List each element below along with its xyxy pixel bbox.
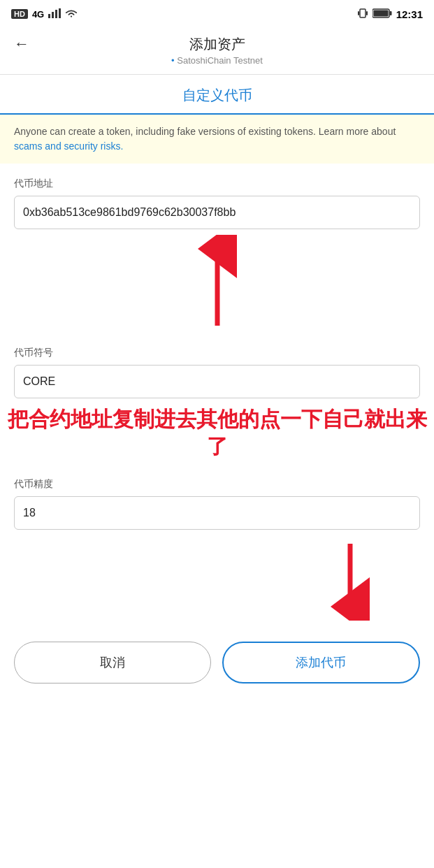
add-token-button[interactable]: 添加代币 bbox=[222, 642, 421, 683]
hd-badge: HD bbox=[11, 9, 28, 19]
symbol-input[interactable] bbox=[14, 365, 420, 398]
section-title: 自定义代币 bbox=[0, 75, 434, 115]
warning-text-middle: Learn more about bbox=[319, 126, 396, 137]
bottom-buttons: 取消 添加代币 bbox=[0, 628, 434, 704]
arrow-down-icon bbox=[322, 537, 378, 621]
address-label: 代币地址 bbox=[14, 178, 420, 190]
symbol-label: 代币符号 bbox=[14, 347, 420, 359]
svg-rect-8 bbox=[373, 10, 388, 16]
svg-rect-2 bbox=[55, 10, 57, 18]
address-input[interactable] bbox=[14, 196, 420, 229]
vibrate-icon bbox=[357, 8, 368, 21]
warning-link[interactable]: scams and security risks. bbox=[14, 140, 123, 152]
signal-bars bbox=[48, 8, 61, 20]
svg-rect-9 bbox=[389, 11, 391, 15]
warning-banner: Anyone can create a token, including fak… bbox=[0, 115, 434, 164]
form-area-2: 代币精度 bbox=[0, 478, 434, 530]
decimals-label: 代币精度 bbox=[14, 478, 420, 491]
arrow-down-container bbox=[0, 537, 434, 621]
header: ← 添加资产 • SatoshiChain Testnet bbox=[0, 28, 434, 75]
svg-rect-6 bbox=[366, 11, 368, 15]
warning-text-prefix: Anyone can create a token, including fak… bbox=[14, 126, 319, 137]
svg-rect-1 bbox=[52, 12, 54, 18]
battery-icon bbox=[372, 8, 392, 20]
arrow-up-icon bbox=[189, 235, 245, 333]
cancel-button[interactable]: 取消 bbox=[14, 642, 211, 683]
decimals-input[interactable] bbox=[14, 496, 420, 530]
status-right: 12:31 bbox=[357, 8, 423, 21]
svg-rect-0 bbox=[48, 14, 50, 18]
wifi-icon bbox=[65, 8, 78, 20]
back-button[interactable]: ← bbox=[14, 35, 29, 53]
svg-rect-5 bbox=[358, 11, 359, 15]
arrow-up-container bbox=[14, 235, 420, 333]
svg-rect-3 bbox=[59, 8, 61, 18]
signal-4g: 4G bbox=[32, 9, 44, 20]
status-left: HD 4G bbox=[11, 8, 78, 20]
svg-rect-4 bbox=[360, 9, 366, 17]
status-bar: HD 4G 12:31 bbox=[0, 0, 434, 28]
time-display: 12:31 bbox=[396, 8, 423, 20]
page-title: 添加资产 bbox=[189, 35, 245, 54]
network-subtitle: • SatoshiChain Testnet bbox=[171, 55, 263, 66]
annotation-text: 把合约地址复制进去其他的点一下自己就出来了 bbox=[0, 398, 434, 464]
form-area: 代币地址 代币符号 bbox=[0, 178, 434, 398]
